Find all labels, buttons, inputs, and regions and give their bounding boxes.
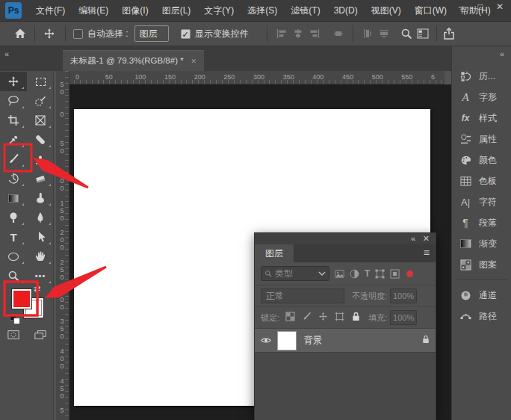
filter-type-layers-icon[interactable]: T [365, 268, 370, 279]
screen-mode-button[interactable] [34, 329, 46, 341]
distribute-horizontal-icon[interactable] [376, 25, 392, 42]
lock-all-icon[interactable] [351, 312, 361, 324]
lock-transparency-icon[interactable] [285, 312, 295, 324]
panel-history[interactable]: 历... [452, 66, 511, 87]
hand-tool[interactable] [27, 247, 54, 266]
paragraph-icon: ¶ [458, 217, 473, 228]
layer-thumbnail[interactable] [277, 331, 297, 350]
filter-pixel-layers-icon[interactable] [335, 269, 344, 279]
panel-character[interactable]: A|字符 [452, 191, 511, 212]
layer-filter-dropdown[interactable]: 类型 [261, 266, 329, 281]
rectangular-marquee-tool[interactable] [27, 72, 54, 91]
minimize-button[interactable]: – [451, 0, 471, 13]
quick-selection-tool[interactable] [27, 91, 54, 111]
gradient-tool[interactable] [0, 188, 27, 208]
brush-tool[interactable] [0, 149, 27, 169]
menu-item-9[interactable]: 窗口(W) [408, 0, 453, 22]
filter-shape-layers-icon[interactable] [375, 269, 385, 279]
dock-item-label: 字形 [479, 91, 497, 104]
align-right-edges-icon[interactable] [306, 25, 323, 42]
quick-mask-button[interactable] [7, 329, 19, 341]
toolbar-collapse-icon[interactable]: « [4, 49, 8, 58]
panel-properties[interactable]: 属性 [452, 129, 511, 149]
menu-item-4[interactable]: 文字(Y) [197, 0, 241, 22]
dock-item-label: 通道 [479, 289, 497, 302]
move-tool-preset-icon[interactable] [41, 25, 58, 42]
filter-smart-objects-icon[interactable] [390, 269, 400, 279]
menu-item-6[interactable]: 滤镜(T) [284, 0, 326, 22]
panel-close-icon[interactable]: ✕ [423, 234, 430, 244]
maximize-button[interactable]: □ [471, 0, 490, 13]
eraser-tool[interactable] [27, 169, 54, 188]
filter-adjustment-layers-icon[interactable] [350, 269, 359, 279]
menu-item-2[interactable]: 图像(I) [115, 0, 155, 22]
tab-close-icon[interactable]: × [191, 56, 196, 67]
opacity-value[interactable]: 100% [390, 288, 417, 303]
distribute-vertical-icon[interactable] [359, 25, 376, 42]
separator [267, 25, 267, 42]
frame-tool[interactable] [27, 111, 54, 130]
blend-mode-value: 正常 [266, 290, 284, 303]
default-colors-icon[interactable] [10, 314, 22, 326]
clone-stamp-tool[interactable] [27, 149, 54, 169]
lock-artboard-icon[interactable] [335, 312, 344, 324]
eyedropper-tool[interactable] [0, 130, 27, 149]
fill-value[interactable]: 100% [390, 310, 417, 325]
menu-item-8[interactable]: 视图(V) [365, 0, 408, 22]
home-icon[interactable] [12, 25, 28, 42]
show-transform-checkbox[interactable]: ✓ [181, 29, 191, 39]
tool-grid: T••• [0, 71, 53, 285]
layer-visibility-icon[interactable] [261, 336, 277, 346]
menu-item-1[interactable]: 编辑(E) [72, 0, 115, 22]
panel-menu-icon[interactable]: ≡ [424, 247, 430, 259]
menu-item-0[interactable]: 文件(F) [29, 0, 72, 22]
panel-collapse-icon[interactable]: « [411, 234, 415, 243]
auto-select-checkbox[interactable] [73, 29, 83, 39]
close-button[interactable]: ✕ [490, 0, 510, 13]
align-vertical-centers-icon[interactable] [330, 25, 347, 42]
swap-colors-icon[interactable]: ⇄ [34, 284, 40, 294]
panel-color[interactable]: 颜色 [452, 149, 511, 170]
menu-item-7[interactable]: 3D(D) [327, 0, 365, 22]
share-icon[interactable] [441, 25, 457, 42]
panel-paths[interactable]: 路径 [452, 306, 511, 327]
spot-healing-brush-tool[interactable] [27, 130, 54, 149]
type-tool[interactable]: T [0, 227, 27, 247]
history-brush-tool[interactable] [0, 169, 27, 188]
ruler-h-label: 200 [194, 73, 205, 81]
pen-tool[interactable] [27, 208, 54, 227]
tab-layers[interactable]: 图层 [255, 244, 294, 262]
lock-pixels-icon[interactable] [302, 312, 312, 324]
menu-item-5[interactable]: 选择(S) [241, 0, 284, 22]
panel-styles[interactable]: fx样式 [452, 108, 511, 129]
align-left-edges-icon[interactable] [273, 25, 290, 42]
menu-item-3[interactable]: 图层(L) [155, 0, 198, 22]
panel-gradients[interactable]: 渐变 [452, 233, 511, 254]
path-selection-tool[interactable] [27, 227, 54, 247]
crop-tool[interactable] [0, 111, 27, 130]
panel-glyphs[interactable]: A字形 [452, 87, 511, 108]
workspace-switcher-icon[interactable] [415, 25, 431, 42]
align-horizontal-centers-icon[interactable] [290, 25, 306, 42]
smudge-tool[interactable] [27, 188, 54, 208]
panel-paragraph[interactable]: ¶段落 [452, 212, 511, 233]
lasso-tool[interactable] [0, 91, 27, 111]
panel-swatches[interactable]: 色板 [452, 170, 511, 191]
layer-filter-toggle[interactable] [406, 271, 413, 277]
vertical-ruler: 500501001502002503003504004505 [56, 71, 69, 420]
dock-item-label: 图案 [479, 259, 497, 271]
search-icon[interactable] [398, 25, 415, 42]
panel-channels[interactable]: 通道 [452, 285, 511, 306]
foreground-color-swatch[interactable] [11, 288, 32, 309]
document-tab[interactable]: 未标题-1 @ 79.3%(RGB/8#) * × [63, 50, 204, 71]
panel-patterns[interactable]: 图案 [452, 254, 511, 275]
fill-label: 填充: [368, 312, 387, 324]
move-tool[interactable] [0, 72, 27, 91]
lock-position-icon[interactable] [318, 312, 328, 324]
dock-collapse-icon[interactable]: « [500, 49, 504, 58]
ellipse-tool[interactable] [0, 247, 27, 266]
dodge-tool[interactable] [0, 208, 27, 227]
target-selector-dropdown[interactable]: 图层 [134, 25, 169, 42]
layer-row[interactable]: 背景 [255, 329, 436, 353]
blend-mode-dropdown[interactable]: 正常 [261, 288, 344, 303]
